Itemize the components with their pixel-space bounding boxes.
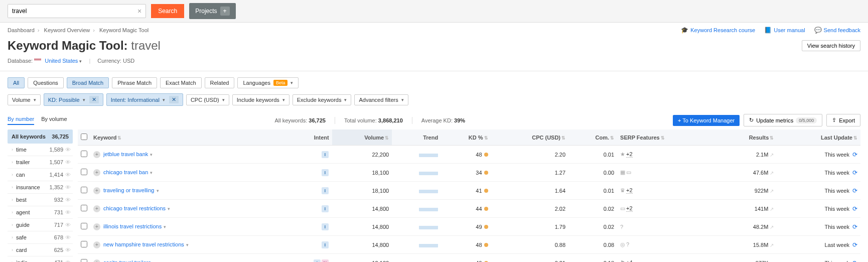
database-country[interactable]: United States ▾ [45,58,82,64]
filter-exclude[interactable]: Exclude keywords▾ [293,94,352,105]
filter-include[interactable]: Include keywords▾ [232,94,290,105]
external-icon[interactable]: ↗ [770,260,774,262]
external-icon[interactable]: ↗ [770,224,774,230]
eye-icon[interactable]: 👁 [65,222,71,228]
crumb-0[interactable]: Dashboard [8,27,35,33]
projects-button[interactable]: Projects + [189,3,235,19]
chevron-down-icon[interactable]: ▾ [164,224,166,229]
serp-more[interactable]: +2 [626,151,633,158]
tab-by-volume[interactable]: By volume [41,116,67,125]
send-feedback-link[interactable]: 💬Send feedback [814,27,860,34]
col-cpc[interactable]: CPC (USD)⇅ [491,129,569,146]
keyword-cell[interactable]: +new hampshire travel restrictions▾ [90,236,289,254]
col-keyword[interactable]: Keyword⇅ [90,129,289,146]
to-keyword-manager-button[interactable]: + To Keyword Manager [673,115,740,126]
col-volume[interactable]: Volume⇅ [332,129,392,146]
refresh-icon[interactable]: ⟳ [852,223,857,230]
col-intent[interactable]: Intent [289,129,332,146]
row-checkbox[interactable] [81,169,87,175]
external-icon[interactable]: ↗ [770,188,774,194]
add-icon[interactable]: + [93,241,100,248]
sidebar-item-safe[interactable]: ›safe678👁 [8,231,73,244]
keyword-cell[interactable]: +jetblue travel bank▾ [90,146,289,164]
serp-more[interactable]: +4 [626,259,633,262]
row-checkbox[interactable] [81,187,87,193]
keyword-cell[interactable]: +chicago travel ban▾ [90,164,289,182]
filter-advanced[interactable]: Advanced filters▾ [354,94,408,105]
col-serp[interactable]: SERP Features⇅ [617,129,716,146]
view-search-history-button[interactable]: View search history [802,40,860,51]
external-icon[interactable]: ↗ [770,170,774,176]
user-manual-link[interactable]: 📘User manual [764,27,805,34]
export-button[interactable]: ⇪Export [826,114,860,126]
chevron-down-icon[interactable]: ▾ [168,206,170,211]
row-checkbox[interactable] [81,241,87,247]
match-tab-all[interactable]: All [8,77,25,88]
refresh-icon[interactable]: ⟳ [852,241,857,248]
sidebar-all-keywords[interactable]: All keywords 36,725 [8,129,73,144]
sidebar-item-agent[interactable]: ›agent731👁 [8,206,73,219]
add-icon[interactable]: + [93,151,100,158]
keyword-cell[interactable]: +traveling or travelling▾ [90,182,289,200]
add-icon[interactable]: + [93,205,100,212]
sidebar-item-india[interactable]: ›india471👁 [8,256,73,262]
match-tab-questions[interactable]: Questions [28,77,64,88]
col-com[interactable]: Com.⇅ [568,129,617,146]
chevron-down-icon[interactable]: ▾ [157,188,159,193]
keyword-cell[interactable]: +illinois travel restrictions▾ [90,218,289,236]
col-results[interactable]: Results⇅ [716,129,777,146]
eye-icon[interactable]: 👁 [65,247,71,253]
refresh-icon[interactable]: ⟳ [852,169,857,176]
sidebar-item-trailer[interactable]: ›trailer1,507👁 [8,156,73,169]
research-course-link[interactable]: 🎓Keyword Research course [681,27,755,34]
filter-kd[interactable]: KD: Possible▾✕ [44,93,103,106]
eye-icon[interactable]: 👁 [65,147,71,153]
sidebar-item-guide[interactable]: ›guide717👁 [8,219,73,231]
match-tab-related[interactable]: Related [205,77,235,88]
filter-intent[interactable]: Intent: Informational▾✕ [106,93,183,106]
chevron-down-icon[interactable]: ▾ [153,260,156,262]
plus-icon[interactable]: + [220,7,230,16]
external-icon[interactable]: ↗ [770,206,774,212]
tab-by-number[interactable]: By number [8,116,34,125]
col-kd[interactable]: KD %⇅ [441,129,491,146]
keyword-cell[interactable]: +chicago travel restrictions▾ [90,200,289,218]
col-trend[interactable]: Trend [392,129,441,146]
row-checkbox[interactable] [81,223,87,229]
add-icon[interactable]: + [93,187,100,194]
add-icon[interactable]: + [93,223,100,230]
close-icon[interactable]: ✕ [89,96,99,103]
match-tab-exact-match[interactable]: Exact Match [160,77,202,88]
match-tab-broad-match[interactable]: Broad Match [67,77,109,88]
refresh-icon[interactable]: ⟳ [852,205,857,212]
row-checkbox[interactable] [81,151,87,157]
sidebar-item-insurance[interactable]: ›insurance1,352👁 [8,181,73,194]
filter-cpc[interactable]: CPC (USD)▾ [186,94,229,105]
sidebar-item-card[interactable]: ›card625👁 [8,244,73,256]
eye-icon[interactable]: 👁 [65,197,71,203]
eye-icon[interactable]: 👁 [65,234,71,240]
sidebar-item-time[interactable]: ›time1,589👁 [8,144,73,156]
close-icon[interactable]: ✕ [169,96,179,103]
search-button[interactable]: Search [151,4,184,18]
keyword-cell[interactable]: +casita travel trailers▾ [90,254,289,262]
col-last-update[interactable]: Last Update⇅ [777,129,860,146]
refresh-icon[interactable]: ⟳ [852,151,857,158]
eye-icon[interactable]: 👁 [65,209,71,215]
sidebar-item-best[interactable]: ›best932👁 [8,194,73,206]
external-icon[interactable]: ↗ [770,242,774,248]
eye-icon[interactable]: 👁 [65,259,71,262]
eye-icon[interactable]: 👁 [65,172,71,178]
add-icon[interactable]: + [93,259,100,262]
chevron-down-icon[interactable]: ▾ [186,242,189,247]
refresh-icon[interactable]: ⟳ [852,259,857,262]
chevron-down-icon[interactable]: ▾ [150,170,153,175]
update-metrics-button[interactable]: ↻Update metrics0/5,000 [744,114,822,126]
chevron-down-icon[interactable]: ▾ [150,152,153,157]
eye-icon[interactable]: 👁 [65,159,71,165]
eye-icon[interactable]: 👁 [65,184,71,190]
crumb-1[interactable]: Keyword Overview [44,27,90,33]
serp-more[interactable]: +2 [626,187,633,194]
serp-more[interactable]: +2 [626,205,633,212]
select-all-checkbox[interactable] [81,134,87,140]
